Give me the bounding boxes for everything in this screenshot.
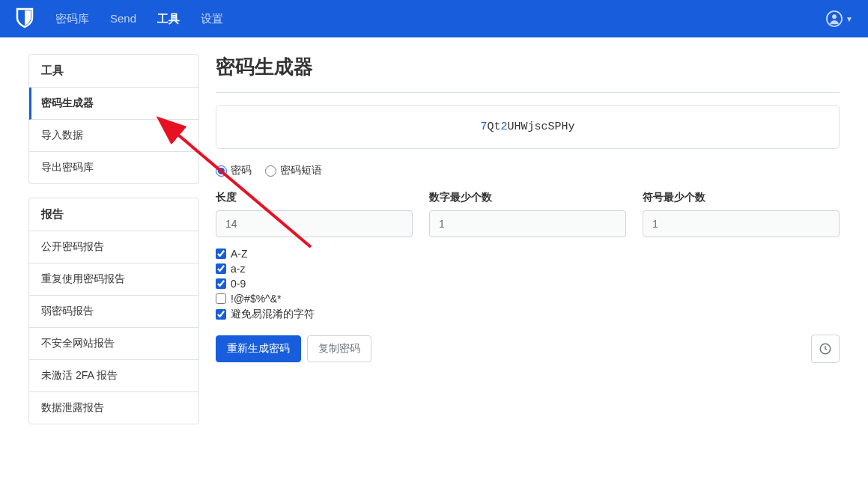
check-symbols-input[interactable]: [216, 293, 226, 304]
history-button[interactable]: [811, 335, 840, 363]
sidebar: 工具 密码生成器 导入数据 导出密码库 报告 公开密码报告 重复使用密码报告 弱…: [28, 54, 199, 438]
account-menu[interactable]: ▼: [826, 10, 853, 27]
nav-tools[interactable]: 工具: [157, 12, 180, 26]
check-upper[interactable]: A-Z: [216, 248, 840, 260]
check-avoid-ambiguous[interactable]: 避免易混淆的字符: [216, 308, 840, 321]
sidebar-reports-header: 报告: [29, 198, 198, 231]
check-digits[interactable]: 0-9: [216, 278, 840, 290]
check-symbols-label: !@#$%^&*: [231, 293, 281, 305]
button-row: 重新生成密码 复制密码: [216, 335, 840, 363]
check-upper-input[interactable]: [216, 249, 226, 259]
sidebar-tools-header: 工具: [29, 55, 198, 88]
main-content: 密码生成器 7Qt2UHWjscSPHy 密码 密码短语 长度 数字最少个数: [216, 54, 840, 438]
sidebar-item-unsecured[interactable]: 不安全网站报告: [29, 328, 198, 360]
radio-passphrase[interactable]: 密码短语: [265, 164, 322, 177]
check-digits-input[interactable]: [216, 278, 226, 289]
svg-point-1: [832, 14, 837, 19]
sidebar-item-generator[interactable]: 密码生成器: [29, 88, 198, 120]
min-symbols-input[interactable]: [643, 210, 840, 237]
page-title: 密码生成器: [216, 54, 840, 80]
navbar: 密码库 Send 工具 设置 ▼: [0, 0, 868, 37]
fields-row: 长度 数字最少个数 符号最少个数: [216, 191, 840, 237]
sidebar-item-weak[interactable]: 弱密码报告: [29, 296, 198, 328]
min-digits-label: 数字最少个数: [429, 191, 626, 204]
field-length: 长度: [216, 191, 413, 237]
check-avoid-ambiguous-input[interactable]: [216, 309, 226, 320]
chevron-down-icon: ▼: [846, 15, 853, 23]
check-symbols[interactable]: !@#$%^&*: [216, 293, 840, 305]
sidebar-tools-card: 工具 密码生成器 导入数据 导出密码库: [28, 54, 199, 184]
check-lower-input[interactable]: [216, 263, 226, 274]
length-input[interactable]: [216, 210, 413, 237]
nav-settings[interactable]: 设置: [201, 12, 223, 26]
nav-items: 密码库 Send 工具 设置: [55, 12, 223, 26]
field-min-symbols: 符号最少个数: [643, 191, 840, 237]
footer: © 2022, Bitwarden Inc. (Powered by Vault…: [0, 489, 868, 503]
radio-password-input[interactable]: [216, 165, 227, 177]
sidebar-item-exposed[interactable]: 公开密码报告: [29, 231, 198, 263]
account-icon: [826, 10, 843, 27]
radio-passphrase-input[interactable]: [265, 165, 276, 177]
nav-send[interactable]: Send: [110, 12, 136, 26]
sidebar-item-2fa[interactable]: 未激活 2FA 报告: [29, 360, 198, 392]
navbar-left: 密码库 Send 工具 设置: [15, 7, 223, 31]
divider: [216, 92, 840, 93]
radio-passphrase-label: 密码短语: [280, 164, 322, 177]
regenerate-button[interactable]: 重新生成密码: [216, 335, 301, 362]
options: A-Z a-z 0-9 !@#$%^&* 避免易混淆的字符: [216, 248, 840, 321]
check-lower[interactable]: a-z: [216, 263, 840, 275]
check-avoid-ambiguous-label: 避免易混淆的字符: [231, 308, 315, 321]
sidebar-item-export[interactable]: 导出密码库: [29, 152, 198, 183]
sidebar-item-import[interactable]: 导入数据: [29, 120, 198, 152]
check-lower-label: a-z: [231, 263, 245, 275]
sidebar-item-reused[interactable]: 重复使用密码报告: [29, 263, 198, 296]
logo-icon[interactable]: [15, 7, 34, 31]
password-display: 7Qt2UHWjscSPHy: [216, 105, 840, 149]
sidebar-item-breach[interactable]: 数据泄露报告: [29, 392, 198, 424]
radio-password[interactable]: 密码: [216, 164, 252, 177]
min-digits-input[interactable]: [429, 210, 626, 237]
type-radio-group: 密码 密码短语: [216, 164, 840, 177]
min-symbols-label: 符号最少个数: [643, 191, 840, 204]
radio-password-label: 密码: [231, 164, 252, 177]
copy-button[interactable]: 复制密码: [307, 335, 371, 362]
check-upper-label: A-Z: [231, 248, 248, 260]
nav-vault[interactable]: 密码库: [55, 12, 89, 26]
check-digits-label: 0-9: [231, 278, 246, 290]
history-icon: [819, 342, 832, 356]
field-min-digits: 数字最少个数: [429, 191, 626, 237]
length-label: 长度: [216, 191, 413, 204]
sidebar-reports-card: 报告 公开密码报告 重复使用密码报告 弱密码报告 不安全网站报告 未激活 2FA…: [28, 198, 199, 424]
